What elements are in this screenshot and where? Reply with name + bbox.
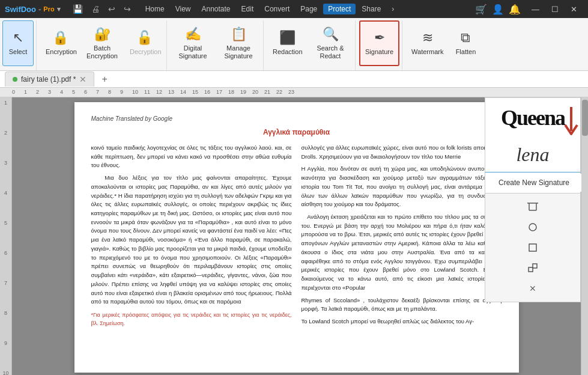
doc-footnote: *Για μερικές πρόσφατες απόψεις για τις ν… [91,311,292,328]
menu-share[interactable]: Share [357,4,386,14]
rt-circle-button[interactable] [523,218,542,237]
flatten-icon: ⧉ [461,30,470,46]
maximize-btn[interactable]: ☐ [545,4,565,15]
document-right-col: συλλογές για άλλες ευρωπαϊκές χώρες, είν… [302,144,502,332]
combine-icon [527,263,538,273]
ruler: 012 345 678 91011 121314 151617 181920 2… [0,88,588,97]
decryption-button[interactable]: 🔓 Decryption [124,20,164,66]
sig-queena-item[interactable]: Queena [485,97,581,138]
menu-edit[interactable]: Edit [237,4,259,14]
rt-combine-button[interactable] [523,258,542,278]
crop-icon [527,201,538,212]
menu-page[interactable]: Page [296,4,322,14]
page-num-2: 2 [4,130,7,136]
right-col-text-5: Το Lowland Scotch μπορεί να θεωρηθεί απλ… [302,317,502,326]
machine-translated-label: Machine Translated by Google [91,114,502,123]
page-num-8: 8 [4,310,7,316]
redo-btn[interactable]: ↪ [121,3,133,15]
search-redact-button[interactable]: 🔍 Search & Redact [308,20,353,66]
titlebar-right-icons: 🛒 👤 🔔 [475,4,521,15]
save-btn[interactable]: 💾 [70,3,85,15]
select-button[interactable]: ↖ Select [2,20,34,66]
menu-convert[interactable]: Convert [259,4,294,14]
minimize-btn[interactable]: — [526,4,545,15]
select-icon: ↖ [13,30,23,46]
signature-label: Signature [365,48,393,56]
watermark-icon: ≋ [422,30,433,46]
page-num-1: 1 [4,100,7,106]
decryption-label: Decryption [130,48,159,56]
encryption-button[interactable]: 🔒 Encryption [40,20,80,66]
rect-icon [527,242,538,253]
close-icon: ✕ [529,284,536,293]
create-new-sig-container: Create New Signature [485,172,581,194]
menu-view[interactable]: View [171,4,196,14]
create-new-signature-button[interactable]: Create New Signature [486,174,581,192]
menu-annotate[interactable]: Annotate [197,4,235,14]
search-redact-icon: 🔍 [323,26,339,42]
page-num-9: 9 [4,340,7,346]
app-pro-label: Pro [43,5,54,13]
encryption-label: Encryption [46,48,74,56]
encryption-group: 🔒 Encryption 🔐 Batch Encryption 🔓 Decryp… [40,20,167,70]
menu-home[interactable]: Home [141,4,169,14]
signature-icon: ✒ [374,30,385,46]
manage-signature-button[interactable]: 📋 Manage Signature [216,20,261,66]
menu-more[interactable]: › [387,4,399,14]
select-label: Select [9,48,28,56]
rt-rect-button[interactable] [523,238,542,257]
watermark-button[interactable]: ≋ Watermark [406,20,449,66]
rt-close-button[interactable]: ✕ [523,279,542,298]
title-bar: SwifDoo - Pro ▾ 💾 🖨 ↩ ↪ Home View Annota… [0,0,588,18]
svg-rect-4 [529,244,536,251]
right-col-text-2: Η Αγγλία, που δινόταν σε αυτή τη χώρα μα… [302,165,502,209]
page-num-4: 4 [4,190,7,196]
manage-signature-icon: 📋 [231,26,247,42]
rt-crop-button[interactable] [523,197,542,216]
account-icon[interactable]: 👤 [492,4,504,15]
digital-signature-icon: ✍ [185,26,201,42]
redaction-label: Redaction [273,48,302,56]
right-toolbar: ✕ [485,194,581,302]
undo-btn[interactable]: ↩ [106,3,118,15]
signature-button[interactable]: ✒ Signature [359,20,399,66]
ruler-numbers: 012 345 678 91011 121314 151617 181920 2… [12,89,300,95]
document-left-col: κοινό ταμείο παιδικής λογοτεχνίας σε όλε… [91,144,292,332]
svg-rect-6 [533,264,537,268]
watermark-label: Watermark [411,48,443,56]
print-btn[interactable]: 🖨 [89,3,102,15]
document-columns: κοινό ταμείο παιδικής λογοτεχνίας σε όλε… [91,144,502,332]
main-area: 1 2 3 4 5 6 7 8 9 10 11 Machine Translat… [0,97,588,375]
redaction-icon: ⬛ [279,30,296,46]
sig-lena-item[interactable]: lena [485,138,581,172]
left-col-text-2: Μια δυο λέξεις για τον τίτλο μας φαίνοντ… [91,174,292,306]
batch-encryption-icon: 🔐 [94,26,111,42]
app-brand: SwifDoo [5,5,36,14]
tab-bar: fairy tale (1).pdf * ✕ + [0,71,588,88]
digital-signature-group: ✍ Digital Signature 📋 Manage Signature [171,20,264,70]
close-btn[interactable]: ✕ [565,4,583,15]
left-col-text-1: κοινό ταμείο παιδικής λογοτεχνίας σε όλε… [91,144,292,170]
app-dropdown-icon[interactable]: ▾ [57,5,61,13]
select-group: ↖ Select [2,20,37,70]
batch-encryption-button[interactable]: 🔐 Batch Encryption [81,20,123,66]
tab-fairy-tale[interactable]: fairy tale (1).pdf * ✕ [5,72,94,87]
digital-signature-button[interactable]: ✍ Digital Signature [171,20,215,66]
tab-close-icon[interactable]: ✕ [79,75,86,84]
menu-protect[interactable]: Protect [323,4,356,14]
redaction-button[interactable]: ⬛ Redaction [267,20,307,66]
window-controls: — ☐ ✕ [526,4,583,15]
cart-icon[interactable]: 🛒 [475,4,487,15]
signature-dropdown-panel: Queena lena Create New Signature [485,97,581,302]
batch-encryption-label: Batch Encryption [86,44,118,60]
notification-icon[interactable]: 🔔 [509,4,521,15]
circle-icon [527,222,538,233]
page-sidebar: 1 2 3 4 5 6 7 8 9 10 11 [0,97,12,375]
flatten-button[interactable]: ⧉ Flatten [450,20,481,66]
page-num-6: 6 [4,250,7,256]
ribbon-toolbar: ↖ Select 🔒 Encryption 🔐 Batch Encryption… [0,18,588,71]
new-tab-button[interactable]: + [97,72,112,87]
svg-rect-5 [529,267,533,272]
digital-signature-label: Digital Signature [176,44,210,60]
page-num-10: 10 [2,370,8,375]
